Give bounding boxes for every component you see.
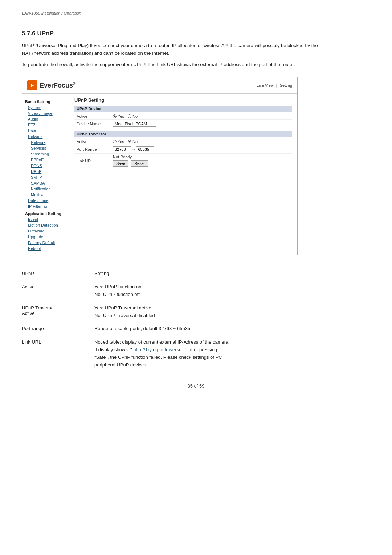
active-def-line1: Yes: UPnP function on xyxy=(94,283,319,291)
cam-logo-text: EverFocus® xyxy=(40,82,75,89)
sidebar-item-event[interactable]: Event xyxy=(25,216,66,222)
traversal-def-line2: No: UPnP Traversal disabled xyxy=(94,312,319,320)
link-url-row: Link URL Not Ready Save Reset xyxy=(74,154,292,168)
sidebar-item-date-time[interactable]: Date / Time xyxy=(25,198,66,203)
link-url-label: Link URL xyxy=(77,159,113,163)
active-yes-radio[interactable] xyxy=(113,114,117,118)
content-title: UPnP Setting xyxy=(74,97,292,103)
device-name-label: Device Name xyxy=(77,122,113,126)
sidebar-item-smtp[interactable]: SMTP xyxy=(25,174,66,180)
save-button[interactable]: Save xyxy=(113,160,128,167)
nav-separator: | xyxy=(276,83,277,88)
desc-term-port-range: Port range xyxy=(22,325,94,331)
sidebar-item-factory-default[interactable]: Factory Default xyxy=(25,240,66,246)
port-range-row: Port Range ~ xyxy=(74,145,292,154)
device-name-input[interactable] xyxy=(113,121,156,127)
sidebar-item-upgrade[interactable]: Upgrade xyxy=(25,234,66,240)
traversal-def-line1: Yes: UPnP Traversal active xyxy=(94,304,319,312)
traversal-no-radio[interactable] xyxy=(128,140,131,143)
sidebar-item-multicast[interactable]: Multicast xyxy=(25,192,66,198)
desc-term-traversal-active: UPnP Traversal Active xyxy=(22,304,94,316)
sidebar-item-audio[interactable]: Audio xyxy=(25,116,66,122)
active-no-option[interactable]: No xyxy=(128,114,138,118)
sidebar-item-ip-filtering[interactable]: IP Filtering xyxy=(25,203,66,209)
active-row: Active Yes No xyxy=(74,113,292,120)
desc-def-port-range: Range of usable ports, default 32768 ~ 6… xyxy=(94,325,319,333)
upnp-device-bar: UPnP Device xyxy=(74,106,292,112)
cam-nav-links: Live View | Setting xyxy=(257,83,292,88)
desc-row-port-range: Port range Range of usable ports, defaul… xyxy=(22,325,319,333)
active-yes-option[interactable]: Yes xyxy=(113,114,124,118)
sidebar-item-notification[interactable]: Notification xyxy=(25,186,66,192)
camera-ui-panel: F EverFocus® Live View | Setting Basic S… xyxy=(22,77,298,255)
cam-header: F EverFocus® Live View | Setting xyxy=(22,77,297,94)
section-title: 5.7.6 UPnP xyxy=(22,30,370,37)
sidebar-item-reboot[interactable]: Reboot xyxy=(25,246,66,251)
page-footer: 35 of 59 xyxy=(22,383,370,389)
intro-text-1: UPnP (Universal Plug and Play) If you co… xyxy=(22,42,319,57)
device-name-value xyxy=(113,121,290,127)
link-url-value: Not Ready Save Reset xyxy=(113,155,290,167)
port-range-label: Port Range xyxy=(77,147,113,151)
sidebar-item-network[interactable]: Network xyxy=(25,139,66,145)
traversal-term-line2: Active xyxy=(22,311,94,316)
desc-def-traversal-active: Yes: UPnP Traversal active No: UPnP Trav… xyxy=(94,304,319,320)
sidebar-item-ddns[interactable]: DDNS xyxy=(25,163,66,169)
desc-term-link-url: Link URL xyxy=(22,339,94,345)
traversal-no-label: No xyxy=(132,139,138,144)
desc-row-active: Active Yes: UPnP function on No: UPnP fu… xyxy=(22,283,319,299)
active-value: Yes No xyxy=(113,114,290,118)
port-range-to-input[interactable] xyxy=(136,146,154,152)
desc-def-link-url: Not editable: display of current externa… xyxy=(94,339,319,369)
active-yes-label: Yes xyxy=(118,114,124,118)
desc-def-upnp: Setting xyxy=(94,270,319,278)
traversal-no-option[interactable]: No xyxy=(128,139,138,144)
basic-setting-label: Basic Setting xyxy=(25,100,66,104)
sidebar-item-services[interactable]: Services xyxy=(25,145,66,151)
active-label: Active xyxy=(77,114,113,118)
active-no-label: No xyxy=(132,114,138,118)
sidebar-item-system[interactable]: System xyxy=(25,105,66,110)
desc-def-active: Yes: UPnP function on No: UPnP function … xyxy=(94,283,319,299)
application-setting-label: Application Setting xyxy=(25,211,66,216)
intro-text-2: To penetrate the firewall, activate the … xyxy=(22,61,319,69)
sidebar-item-firmware[interactable]: Firmware xyxy=(25,228,66,234)
cam-content: UPnP Setting UPnP Device Active Yes No xyxy=(69,94,297,255)
sidebar-item-ptz[interactable]: PTZ xyxy=(25,122,66,128)
port-range-from-input[interactable] xyxy=(113,146,131,152)
port-range-value: ~ xyxy=(113,146,290,152)
traversal-active-row: Active Yes No xyxy=(74,138,292,145)
cam-logo: F EverFocus® xyxy=(27,80,75,90)
link-url-def-line1: Not editable: display of current externa… xyxy=(94,339,319,346)
sidebar-item-streaming[interactable]: Streaming xyxy=(25,151,66,157)
doc-header: EAN-1350 Installation / Operation xyxy=(22,11,370,15)
active-no-radio[interactable] xyxy=(128,114,131,118)
traversal-active-label: Active xyxy=(77,139,113,144)
desc-row-traversal-active: UPnP Traversal Active Yes: UPnP Traversa… xyxy=(22,304,319,320)
sidebar-item-user[interactable]: User xyxy=(25,128,66,134)
traverse-link[interactable]: http://Trying to traverse... xyxy=(133,347,185,352)
sidebar-item-pppoe[interactable]: PPPoE xyxy=(25,157,66,163)
link-url-def-line3: "Safe", the UPnP function failed. Please… xyxy=(94,354,319,361)
traversal-yes-radio[interactable] xyxy=(113,140,117,143)
live-view-link[interactable]: Live View xyxy=(257,83,274,88)
traversal-yes-label: Yes xyxy=(118,139,124,144)
active-def-line2: No: UPnP function off xyxy=(94,291,319,299)
desc-table: UPnP Setting Active Yes: UPnP function o… xyxy=(22,270,319,369)
upnp-traversal-bar: UPnP Traversal xyxy=(74,131,292,137)
sidebar-item-network-parent[interactable]: Network xyxy=(25,134,66,139)
desc-term-upnp: UPnP xyxy=(22,270,94,276)
traversal-yes-option[interactable]: Yes xyxy=(113,139,124,144)
sidebar-item-samba[interactable]: SAMBA xyxy=(25,180,66,186)
link-url-text: Not Ready xyxy=(113,155,290,159)
link-url-def-line2: If display shows: " http://Trying to tra… xyxy=(94,346,319,354)
desc-row-upnp: UPnP Setting xyxy=(22,270,319,278)
setting-link[interactable]: Setting xyxy=(280,83,292,88)
reset-button[interactable]: Reset xyxy=(131,160,148,167)
sidebar-item-motion-detection[interactable]: Motion Detection xyxy=(25,222,66,228)
link-url-def-line4: peripheral UPnP devices. xyxy=(94,361,319,369)
sidebar-item-video-image[interactable]: Video / Image xyxy=(25,110,66,116)
cam-sidebar: Basic Setting System Video / Image Audio… xyxy=(22,94,69,255)
sidebar-item-upnp[interactable]: UPnP xyxy=(25,169,66,174)
cam-body: Basic Setting System Video / Image Audio… xyxy=(22,94,297,255)
